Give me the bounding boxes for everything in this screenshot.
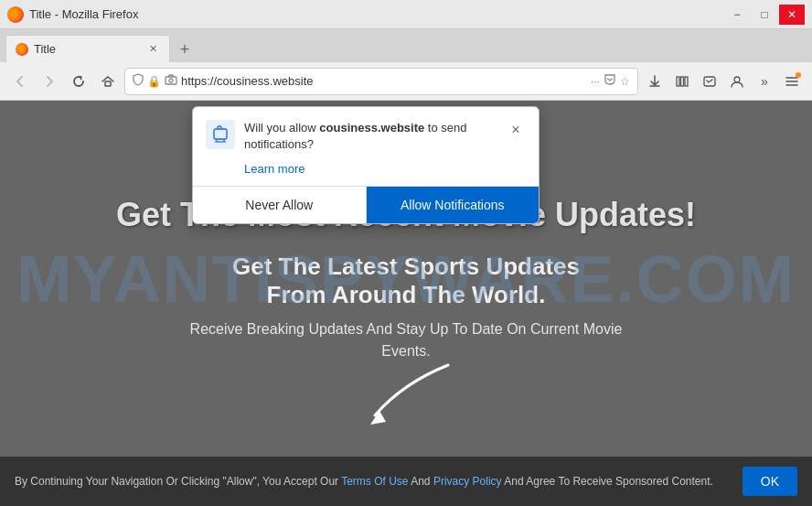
svg-rect-4: [681, 77, 684, 86]
never-allow-button[interactable]: Never Allow: [193, 187, 367, 223]
camera-icon: [165, 74, 177, 88]
popup-close-button[interactable]: ×: [506, 120, 526, 140]
svg-point-2: [169, 79, 173, 82]
notification-permission-icon: [165, 74, 177, 85]
tab-title: Title: [34, 42, 56, 56]
home-button[interactable]: [95, 69, 121, 94]
page-description: Receive Breaking Updates And Stay Up To …: [177, 318, 635, 362]
popup-buttons: Never Allow Allow Notifications: [193, 186, 539, 223]
window-title: Title - Mozilla Firefox: [29, 7, 138, 21]
svg-rect-1: [166, 77, 176, 84]
learn-more-link[interactable]: Learn more: [244, 162, 304, 176]
svg-rect-5: [685, 77, 688, 86]
svg-rect-0: [105, 81, 111, 86]
title-bar: Title - Mozilla Firefox − □ ✕: [0, 0, 812, 29]
popup-header: Will you allow cousiness.website to send…: [193, 107, 539, 160]
address-text: https://cousiness.website: [181, 74, 587, 88]
bookmark-icon[interactable]: ☆: [620, 75, 630, 88]
firefox-icon: [7, 6, 24, 23]
reload-icon: [72, 75, 85, 88]
address-icons: ··· ☆: [591, 73, 630, 89]
browser-tab[interactable]: Title ✕: [5, 35, 170, 62]
tab-close-button[interactable]: ✕: [145, 42, 160, 57]
security-icon: [133, 73, 144, 89]
forward-icon: [43, 75, 56, 88]
popup-message: Will you allow cousiness.website to send…: [244, 120, 497, 153]
bottom-text-after: And Agree To Receive Sponsored Content.: [502, 475, 713, 488]
bottom-bar-text: By Continuing Your Navigation Or Clickin…: [15, 473, 728, 490]
menu-button[interactable]: [779, 69, 805, 94]
new-tab-button[interactable]: +: [172, 37, 198, 62]
library-icon: [676, 75, 689, 88]
reload-button[interactable]: [66, 69, 91, 94]
tab-favicon: [16, 43, 28, 56]
tab-bar: Title ✕ +: [0, 29, 812, 62]
bottom-text-before: By Continuing Your Navigation Or Clickin…: [15, 475, 341, 488]
firefox-window: Title - Mozilla Firefox − □ ✕ Title ✕ +: [0, 0, 812, 506]
bottom-text-middle: And: [409, 475, 433, 488]
nav-bar: 🔒 https://cousiness.website ··· ☆: [0, 62, 812, 101]
permission-popup: Will you allow cousiness.website to send…: [192, 106, 540, 224]
download-icon: [648, 75, 661, 88]
allow-notifications-button[interactable]: Allow Notifications: [367, 187, 540, 223]
restore-button[interactable]: □: [752, 5, 777, 25]
forward-button[interactable]: [37, 69, 62, 94]
terms-link[interactable]: Terms Of Use: [341, 475, 408, 488]
notification-dot: [796, 72, 801, 78]
ok-button[interactable]: OK: [743, 467, 797, 496]
sync-icon: [703, 75, 716, 88]
account-button[interactable]: [724, 69, 750, 94]
popup-notification-icon: [206, 120, 235, 149]
close-button[interactable]: ✕: [779, 5, 805, 25]
download-button[interactable]: [642, 69, 668, 94]
svg-rect-3: [677, 77, 679, 86]
popup-text: Will you allow cousiness.website to send…: [244, 120, 497, 153]
account-icon: [731, 75, 743, 88]
minimize-button[interactable]: −: [724, 5, 750, 25]
title-bar-left: Title - Mozilla Firefox: [7, 6, 138, 23]
more-icon[interactable]: ···: [591, 75, 600, 88]
address-bar[interactable]: 🔒 https://cousiness.website ··· ☆: [124, 68, 638, 95]
back-icon: [14, 75, 27, 88]
popup-site: cousiness.website: [319, 121, 424, 135]
page-subheadline1: Get The Latest Sports Updates: [232, 253, 580, 281]
svg-rect-11: [214, 129, 227, 139]
svg-point-7: [734, 77, 740, 82]
pocket-icon[interactable]: [604, 73, 616, 89]
shield-icon: [133, 73, 144, 86]
back-button[interactable]: [7, 69, 33, 94]
privacy-link[interactable]: Privacy Policy: [433, 475, 502, 488]
bottom-bar: By Continuing Your Navigation Or Clickin…: [0, 457, 812, 506]
page-content: MYANTISPYWARE.COM Get The Most Recent Mo…: [0, 101, 812, 457]
more-tools-button[interactable]: »: [752, 69, 777, 94]
sync-button[interactable]: [697, 69, 722, 94]
lock-icon: 🔒: [147, 75, 161, 88]
toolbar-actions: »: [642, 69, 805, 94]
home-icon: [102, 75, 114, 88]
title-bar-controls: − □ ✕: [724, 5, 805, 25]
library-button[interactable]: [669, 69, 695, 94]
popup-learn-more: Learn more: [193, 160, 539, 186]
page-subheadline2: From Around The World.: [267, 281, 546, 309]
